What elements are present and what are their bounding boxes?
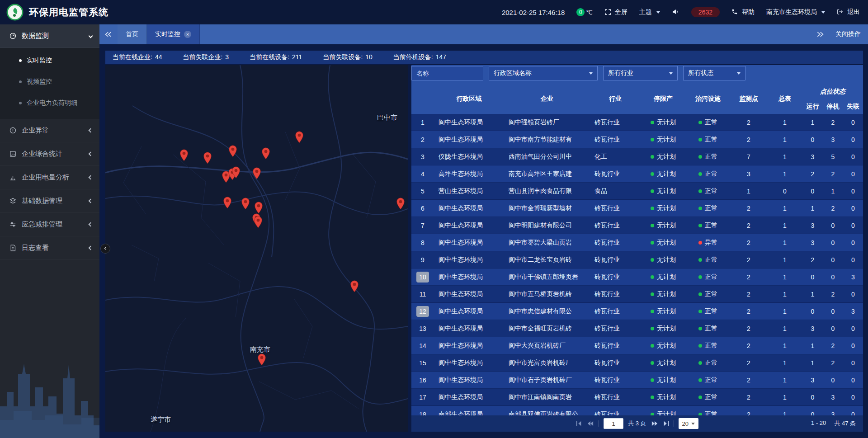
sidebar-item-power-analysis[interactable]: 企业用电量分析 xyxy=(0,166,99,189)
sidebar: 数据监测 实时监控 视频监控 企业电力负荷明细 xyxy=(0,24,99,438)
sliders-icon xyxy=(9,221,17,228)
prev-page-button[interactable] xyxy=(587,420,594,427)
status-dot xyxy=(651,396,654,399)
table-body: 1阆中生态环境局阆中强锐页岩砖厂砖瓦行业无计划正常211202阆中生态环境局阆中… xyxy=(411,114,863,415)
map-pin[interactable] xyxy=(232,166,241,179)
org-dropdown[interactable]: 南充市生态环境局 xyxy=(766,8,825,16)
sidebar-item-realtime-monitoring[interactable]: 实时监控 xyxy=(0,50,99,71)
last-page-button[interactable] xyxy=(663,420,669,427)
announcement-button[interactable] xyxy=(672,9,679,16)
map-pin[interactable] xyxy=(254,216,262,228)
table-row[interactable]: 14阆中生态环境局阆中大兴页岩机砖厂砖瓦行业无计划正常21120 xyxy=(411,337,863,354)
announcement-icon xyxy=(672,9,679,16)
chevron-left-icon xyxy=(104,247,107,250)
sidebar-item-emission-management[interactable]: 应急减排管理 xyxy=(0,213,99,236)
tab-close-icon[interactable]: × xyxy=(184,31,191,38)
map-pin[interactable] xyxy=(254,202,263,214)
phone-icon xyxy=(731,9,739,16)
layers-icon xyxy=(9,197,17,205)
table-row[interactable]: 1阆中生态环境局阆中强锐页岩砖厂砖瓦行业无计划正常21120 xyxy=(411,114,863,131)
fullscreen-button[interactable]: 全屏 xyxy=(604,8,627,16)
chevron-left-icon xyxy=(89,222,93,227)
status-dot xyxy=(698,396,702,399)
sidebar-item-enterprise-statistics[interactable]: 企业综合统计 xyxy=(0,142,99,166)
status-dot xyxy=(698,327,702,330)
map-pin[interactable] xyxy=(350,280,359,292)
theme-dropdown[interactable]: 主题 xyxy=(639,8,660,16)
map-pin[interactable] xyxy=(396,198,405,210)
page-size-select[interactable]: 20 xyxy=(679,418,698,429)
table-row[interactable]: 17阆中生态环境局阆中市江南镇阆南页岩砖瓦行业无计划正常21030 xyxy=(411,389,863,406)
table-row[interactable]: 7阆中生态环境局阆中明阳建材有限公司砖瓦行业无计划正常21300 xyxy=(411,217,863,234)
table-row[interactable]: 3仪陇生态环境局西南油气田分公司川中化工无计划正常71350 xyxy=(411,148,863,165)
table-row[interactable]: 13阆中生态环境局阆中市金福旺页岩机砖砖瓦行业无计划正常21300 xyxy=(411,320,863,337)
status-dot xyxy=(698,207,702,210)
sidebar-submenu: 实时监控 视频监控 企业电力负荷明细 xyxy=(0,48,99,119)
map-canvas[interactable]: 巴中市南充市遂宁市 xyxy=(105,65,408,432)
table-row[interactable]: 15阆中生态环境局阆中市光富页岩机砖厂砖瓦行业无计划正常21120 xyxy=(411,354,863,372)
table-row[interactable]: 5营山生态环境局营山县润丰肉食品有限食品无计划正常10010 xyxy=(411,183,863,200)
sidebar-item-data-monitoring[interactable]: 数据监测 xyxy=(0,24,99,48)
logout-button[interactable]: 退出 xyxy=(837,8,860,16)
table-row[interactable]: 8阆中生态环境局阆中市枣碧大梁山页岩砖瓦行业无计划异常21300 xyxy=(411,234,863,251)
chevron-left-icon xyxy=(89,175,93,180)
alert-circle-icon xyxy=(9,127,17,134)
table-row[interactable]: 2阆中生态环境局阆中市南方节能建材有砖瓦行业无计划正常21030 xyxy=(411,131,863,148)
table-row[interactable]: 9阆中生态环境局阆中市二龙长宝页岩砖砖瓦行业无计划正常21200 xyxy=(411,251,863,268)
close-operations-dropdown[interactable]: 关闭操作 xyxy=(835,30,861,38)
status-dot xyxy=(651,241,654,245)
sidebar-item-enterprise-anomaly[interactable]: 企业异常 xyxy=(0,119,99,142)
results-panel: 行政区域名称 所有行业 所有状态 xyxy=(411,65,863,432)
status-dot xyxy=(651,207,654,210)
table-row[interactable]: 4高坪生态环境局南充市高坪区王家店建砖瓦行业无计划正常31220 xyxy=(411,165,863,183)
table-row[interactable]: 18南部生态环境局南部县双佛页岩砖有限公砖瓦行业无计划正常21030 xyxy=(411,406,863,415)
name-filter-input[interactable] xyxy=(411,66,483,80)
chevron-down-icon xyxy=(691,423,695,425)
map-pin[interactable] xyxy=(241,198,250,210)
map-pin[interactable] xyxy=(295,131,304,143)
scroll-tabs-right-button[interactable] xyxy=(811,31,829,38)
column-header-region: 行政区域 xyxy=(434,84,504,114)
sidebar-item-power-load-detail[interactable]: 企业电力负荷明细 xyxy=(0,92,99,113)
tab-realtime-monitoring[interactable]: 实时监控 × xyxy=(147,24,200,44)
status-dot xyxy=(651,172,654,176)
status-dot xyxy=(698,138,702,141)
first-page-button[interactable] xyxy=(576,420,582,427)
temperature-unit: ℃ xyxy=(586,9,593,16)
sidebar-item-log-view[interactable]: 日志查看 xyxy=(0,236,99,260)
status-filter-select[interactable]: 所有状态 xyxy=(683,66,745,80)
map-pin[interactable] xyxy=(253,167,261,179)
table-row[interactable]: 11阆中生态环境局阆中市五马桥页岩机砖砖瓦行业无计划正常21120 xyxy=(411,286,863,303)
table-row[interactable]: 10阆中生态环境局阆中市千佛镇五郎垭页岩砖瓦行业无计划正常21003 xyxy=(411,268,863,286)
divider xyxy=(599,420,599,427)
pagination-bar: 共 3 页 20 xyxy=(411,415,863,432)
chevron-left-icon xyxy=(89,246,93,250)
status-dot xyxy=(698,344,702,348)
sidebar-item-video-monitoring[interactable]: 视频监控 xyxy=(0,71,99,92)
map-pin[interactable] xyxy=(223,197,232,209)
scroll-tabs-left-button[interactable] xyxy=(99,24,118,44)
map-pin[interactable] xyxy=(229,145,237,157)
table-row[interactable]: 6阆中生态环境局阆中市金博瑞新型墙材砖瓦行业无计划正常21120 xyxy=(411,200,863,217)
map-pin[interactable] xyxy=(261,147,270,160)
industry-filter-select[interactable]: 所有行业 xyxy=(603,66,678,80)
help-button[interactable]: 帮助 xyxy=(731,8,755,16)
map-pin[interactable] xyxy=(203,152,212,164)
bullet-icon xyxy=(19,102,22,104)
tab-home[interactable]: 首页 xyxy=(118,24,147,44)
alert-count-badge[interactable]: 2632 xyxy=(691,7,720,17)
region-filter-select[interactable]: 行政区域名称 xyxy=(489,66,598,80)
map-pin[interactable] xyxy=(257,353,266,366)
table-row[interactable]: 16阆中生态环境局阆中市石子页岩机砖厂砖瓦行业无计划正常21300 xyxy=(411,372,863,389)
table-header: 行政区域 企业 行业 停限产 治污设施 监测点 总表 点位状态 运行 停机 失联 xyxy=(411,84,863,114)
collapse-map-button[interactable] xyxy=(100,244,110,254)
status-dot xyxy=(651,224,654,227)
column-header-points: 监测点 xyxy=(730,84,767,114)
map-pin[interactable] xyxy=(179,149,188,161)
status-dot xyxy=(651,155,654,159)
next-page-button[interactable] xyxy=(651,420,658,427)
table-row[interactable]: 12阆中生态环境局阆中市忠信建材有限公砖瓦行业无计划正常21003 xyxy=(411,303,863,320)
page-number-input[interactable] xyxy=(604,418,623,429)
sidebar-item-base-data[interactable]: 基础数据管理 xyxy=(0,189,99,213)
bar-chart-icon xyxy=(9,174,17,181)
